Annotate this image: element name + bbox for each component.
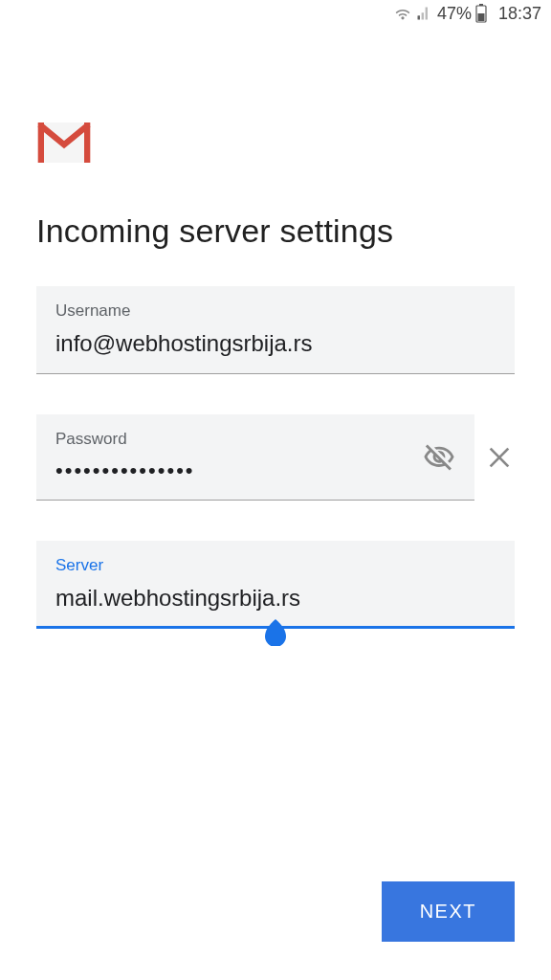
svg-rect-4 <box>38 122 44 163</box>
gmail-icon <box>36 122 92 163</box>
username-field[interactable]: Username info@webhostingsrbija.rs <box>36 286 515 374</box>
close-icon[interactable] <box>484 442 515 473</box>
field-underline <box>36 373 515 375</box>
server-label: Server <box>55 556 496 575</box>
username-value[interactable]: info@webhostingsrbija.rs <box>55 330 496 365</box>
username-label: Username <box>55 301 496 321</box>
password-row: Password ••••••••••••••• <box>36 414 515 501</box>
next-button[interactable]: NEXT <box>382 881 515 942</box>
svg-rect-2 <box>477 13 484 21</box>
text-cursor-handle-icon[interactable] <box>261 617 290 646</box>
field-underline <box>36 500 474 501</box>
password-value[interactable]: ••••••••••••••• <box>55 458 455 491</box>
svg-rect-1 <box>479 4 483 6</box>
password-label: Password <box>55 430 455 449</box>
svg-rect-5 <box>84 122 90 163</box>
battery-percentage: 47% <box>437 4 472 24</box>
signal-icon <box>416 6 431 21</box>
page-title: Incoming server settings <box>36 212 515 250</box>
password-field[interactable]: Password ••••••••••••••• <box>36 414 474 501</box>
status-bar: 47% 18:37 <box>0 0 551 27</box>
battery-icon <box>475 4 487 23</box>
server-value[interactable]: mail.webhostingsrbija.rs <box>55 585 496 619</box>
content: Incoming server settings Username info@w… <box>0 27 551 629</box>
server-field[interactable]: Server mail.webhostingsrbija.rs <box>36 541 515 629</box>
wifi-icon <box>393 6 412 21</box>
status-icons: 47% 18:37 <box>393 4 541 24</box>
visibility-off-icon[interactable] <box>423 441 455 474</box>
status-time: 18:37 <box>498 4 541 24</box>
